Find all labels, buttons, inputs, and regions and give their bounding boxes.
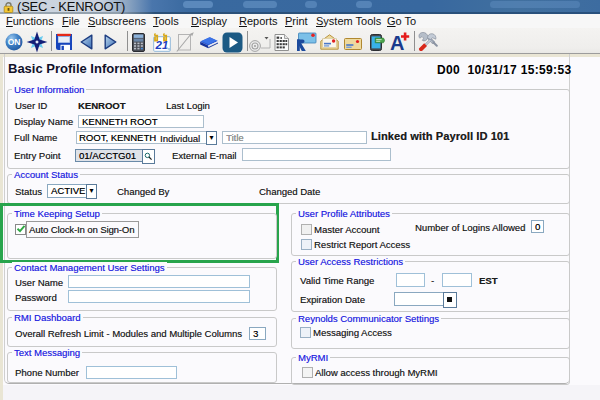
svg-text:A: A <box>390 32 404 52</box>
svg-text:21: 21 <box>155 39 169 51</box>
svg-text:ON: ON <box>8 37 21 47</box>
